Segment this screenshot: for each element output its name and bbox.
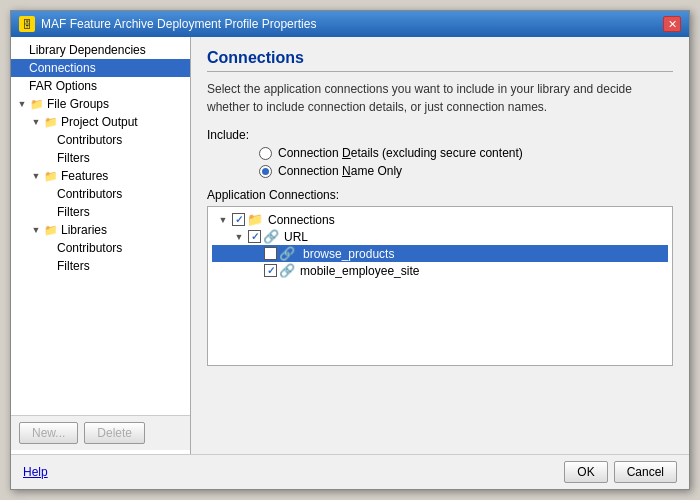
sidebar-item-far-options[interactable]: FAR Options (11, 77, 190, 95)
window-title: MAF Feature Archive Deployment Profile P… (41, 17, 316, 31)
conn-row-conn-url[interactable]: ▼🔗URL (212, 228, 668, 245)
tree-item-label: Filters (57, 151, 90, 165)
connections-tree[interactable]: ▼📁Connections▼🔗URL🔗browse_products🔗mobil… (207, 206, 673, 366)
conn-row-conn-connections[interactable]: ▼📁Connections (212, 211, 668, 228)
window-icon: 🗄 (19, 16, 35, 32)
radio-button[interactable] (259, 165, 272, 178)
sidebar-item-filters3[interactable]: Filters (11, 257, 190, 275)
radio-option-connection-details[interactable]: Connection Details (excluding secure con… (259, 146, 673, 160)
conn-row-conn-browse-products[interactable]: 🔗browse_products (212, 245, 668, 262)
expander-icon: ▼ (29, 169, 43, 183)
tree-item-label: Connections (29, 61, 96, 75)
expander-icon (43, 151, 57, 165)
footer-right: OK Cancel (564, 461, 677, 483)
sidebar-item-filters2[interactable]: Filters (11, 203, 190, 221)
tree-item-label: Contributors (57, 241, 122, 255)
conn-label: mobile_employee_site (300, 264, 419, 278)
sidebar-item-file-groups[interactable]: ▼📁File Groups (11, 95, 190, 113)
include-row: Include: (207, 128, 673, 142)
tree-item-label: Libraries (61, 223, 107, 237)
app-connections-label: Application Connections: (207, 188, 673, 202)
folder-icon: 📁 (43, 223, 59, 237)
conn-label: browse_products (300, 247, 397, 261)
expander-icon (43, 205, 57, 219)
conn-expander-icon: ▼ (232, 232, 246, 242)
tree-item-label: Filters (57, 259, 90, 273)
description: Select the application connections you w… (207, 80, 673, 116)
sidebar-item-contributors3[interactable]: Contributors (11, 239, 190, 257)
sidebar-item-project-output[interactable]: ▼📁Project Output (11, 113, 190, 131)
help-link[interactable]: Help (23, 465, 48, 479)
sidebar-item-contributors2[interactable]: Contributors (11, 185, 190, 203)
tree-item-label: Contributors (57, 187, 122, 201)
conn-label: Connections (268, 213, 335, 227)
expander-icon (43, 187, 57, 201)
tree-item-label: FAR Options (29, 79, 97, 93)
sidebar-bottom-buttons: New... Delete (11, 415, 190, 450)
include-label: Include: (207, 128, 249, 142)
tree-item-label: Contributors (57, 133, 122, 147)
expander-icon (15, 43, 29, 57)
url-icon: 🔗 (279, 246, 295, 261)
expander-icon (15, 79, 29, 93)
right-panel: Connections Select the application conne… (191, 37, 689, 454)
expander-icon (43, 241, 57, 255)
url-icon: 🔗 (279, 263, 295, 278)
conn-checkbox[interactable] (264, 247, 277, 260)
sidebar-item-filters1[interactable]: Filters (11, 149, 190, 167)
url-icon: 🔗 (263, 229, 279, 244)
delete-button[interactable]: Delete (84, 422, 145, 444)
conn-label: URL (284, 230, 308, 244)
tree-item-label: File Groups (47, 97, 109, 111)
ok-button[interactable]: OK (564, 461, 607, 483)
sidebar-item-connections[interactable]: Connections (11, 59, 190, 77)
tree-item-label: Features (61, 169, 108, 183)
close-button[interactable]: ✕ (663, 16, 681, 32)
folder-icon: 📁 (43, 169, 59, 183)
new-button[interactable]: New... (19, 422, 78, 444)
folder-icon: 📁 (29, 97, 45, 111)
folder-icon: 📁 (43, 115, 59, 129)
expander-icon (15, 61, 29, 75)
expander-icon (43, 133, 57, 147)
sidebar-tree: Library DependenciesConnectionsFAR Optio… (11, 41, 190, 275)
sidebar-item-libraries[interactable]: ▼📁Libraries (11, 221, 190, 239)
tree-item-label: Filters (57, 205, 90, 219)
radio-label: Connection Name Only (278, 164, 402, 178)
conn-expander-icon: ▼ (216, 215, 230, 225)
title-bar: 🗄 MAF Feature Archive Deployment Profile… (11, 11, 689, 37)
main-window: 🗄 MAF Feature Archive Deployment Profile… (10, 10, 690, 490)
footer: Help OK Cancel (11, 454, 689, 489)
expander-icon: ▼ (15, 97, 29, 111)
left-panel: Library DependenciesConnectionsFAR Optio… (11, 37, 191, 454)
tree-item-label: Project Output (61, 115, 138, 129)
cancel-button[interactable]: Cancel (614, 461, 677, 483)
folder-icon: 📁 (247, 212, 263, 227)
sidebar-item-features[interactable]: ▼📁Features (11, 167, 190, 185)
conn-row-conn-mobile-employee-site[interactable]: 🔗mobile_employee_site (212, 262, 668, 279)
radio-label: Connection Details (excluding secure con… (278, 146, 523, 160)
conn-checkbox[interactable] (232, 213, 245, 226)
section-title: Connections (207, 49, 673, 72)
expander-icon: ▼ (29, 223, 43, 237)
expander-icon: ▼ (29, 115, 43, 129)
radio-button[interactable] (259, 147, 272, 160)
tree-item-label: Library Dependencies (29, 43, 146, 57)
conn-checkbox[interactable] (248, 230, 261, 243)
conn-checkbox[interactable] (264, 264, 277, 277)
sidebar-item-library-dependencies[interactable]: Library Dependencies (11, 41, 190, 59)
radio-option-connection-name-only[interactable]: Connection Name Only (259, 164, 673, 178)
sidebar-item-contributors1[interactable]: Contributors (11, 131, 190, 149)
title-bar-left: 🗄 MAF Feature Archive Deployment Profile… (19, 16, 316, 32)
radio-group: Connection Details (excluding secure con… (259, 146, 673, 178)
content-area: Library DependenciesConnectionsFAR Optio… (11, 37, 689, 454)
expander-icon (43, 259, 57, 273)
